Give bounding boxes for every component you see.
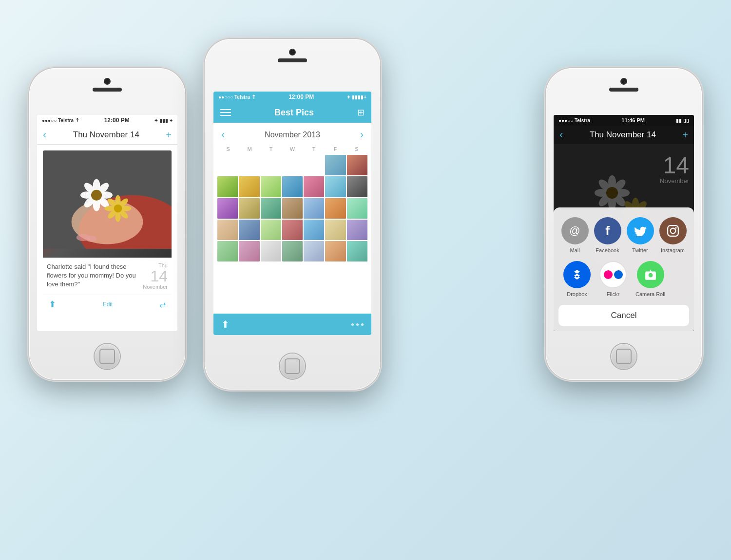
home-btn-right[interactable]: [611, 344, 636, 369]
photo-day-3[interactable]: [217, 176, 238, 197]
phone-left: ●●●○○ Telstra ⇡ 12:00 PM ✦ ▮▮▮ + ‹ Thu N…: [29, 68, 185, 380]
home-btn-center[interactable]: [280, 354, 305, 379]
flickr-label: Flickr: [607, 291, 619, 297]
forward-btn-left[interactable]: ⇄: [159, 300, 166, 309]
share-facebook[interactable]: f Facebook: [594, 217, 621, 253]
wifi-center: ⇡: [251, 94, 256, 100]
photo-day-19[interactable]: [261, 220, 281, 240]
speaker-center: [278, 58, 307, 62]
photo-day-8[interactable]: [325, 176, 346, 197]
facebook-icon: f: [605, 224, 610, 239]
nav-title-left: Thu November 14: [73, 130, 139, 140]
svg-point-23: [86, 236, 96, 242]
nav-title-right: Thu November 14: [590, 130, 656, 140]
bt-left: ✦: [154, 118, 158, 123]
photo-day-27[interactable]: [282, 241, 303, 261]
photo-day-30[interactable]: [347, 241, 367, 261]
photo-left[interactable]: [43, 150, 172, 258]
instagram-label: Instagram: [661, 247, 685, 253]
photo-day-16[interactable]: [347, 198, 367, 219]
cameraroll-icon: [644, 268, 657, 281]
status-right-right: ▮▮ ▯▯: [676, 118, 689, 123]
camera-left: [105, 79, 110, 84]
grid-view-icon[interactable]: ⊞: [357, 107, 365, 118]
flickr-dot-pink: [604, 270, 613, 279]
empty-end-2: [239, 262, 259, 283]
photo-day-13[interactable]: [282, 198, 303, 219]
add-btn-right[interactable]: +: [682, 130, 688, 141]
share-instagram[interactable]: Instagram: [659, 217, 687, 253]
photo-day-23[interactable]: [347, 220, 367, 240]
twitter-icon-circle: [627, 217, 654, 244]
status-bar-left: ●●●○○ Telstra ⇡ 12:00 PM ✦ ▮▮▮ +: [37, 115, 177, 126]
share-dropbox[interactable]: Dropbox: [563, 261, 591, 297]
add-btn-left[interactable]: +: [166, 130, 172, 141]
nav-bar-right: ‹ Thu November 14 +: [554, 126, 694, 144]
photo-day-11[interactable]: [239, 198, 259, 219]
photo-day-10[interactable]: [217, 198, 238, 219]
facebook-icon-circle: f: [594, 217, 621, 244]
photo-day-24[interactable]: [217, 241, 238, 261]
empty-1: [217, 155, 238, 175]
photo-day-7[interactable]: [304, 176, 324, 197]
share-panel: @ Mail f Facebook: [554, 207, 694, 331]
share-flickr[interactable]: Flickr: [599, 261, 627, 297]
carrier-right: ●●●○○ Telstra: [558, 118, 590, 123]
photo-day-5[interactable]: [261, 176, 281, 197]
cameraroll-icon-circle: [637, 261, 664, 288]
share-icon-center[interactable]: ⬆: [221, 318, 230, 330]
hamburger-line-1: [220, 109, 231, 110]
camera-center: [290, 50, 295, 55]
status-right-info-left: ✦ ▮▮▮ +: [154, 118, 173, 123]
photo-day-15[interactable]: [325, 198, 346, 219]
share-twitter[interactable]: Twitter: [627, 217, 654, 253]
back-btn-right[interactable]: ‹: [559, 129, 563, 141]
home-btn-left[interactable]: [95, 344, 120, 369]
photo-day-18[interactable]: [239, 220, 259, 240]
dots-menu[interactable]: [351, 323, 364, 326]
dot-1: [351, 323, 354, 326]
photo-day-25[interactable]: [239, 241, 259, 261]
grid-inner: [217, 155, 367, 283]
screen-right: ●●●○○ Telstra 11:46 PM ▮▮ ▯▯ ‹ Thu Novem…: [554, 115, 694, 331]
photo-day-12[interactable]: [261, 198, 281, 219]
photo-day-1[interactable]: [325, 155, 346, 175]
photo-caption-area: Charlotte said "I found these flowers fo…: [43, 258, 172, 295]
bottom-bar-center: ⬆: [213, 314, 371, 335]
app-top-bar-center: Best Pics ⊞: [213, 102, 371, 123]
share-mail[interactable]: @ Mail: [561, 217, 589, 253]
weekday-mon: M: [239, 145, 260, 153]
instagram-icon-circle: [659, 217, 687, 244]
cancel-btn[interactable]: Cancel: [558, 305, 689, 326]
carrier-center: ●●○○○ Telstra: [218, 94, 250, 100]
back-btn-left[interactable]: ‹: [43, 129, 46, 141]
photo-day-22[interactable]: [325, 220, 346, 240]
calendar-next[interactable]: ›: [360, 129, 364, 141]
photo-day-26[interactable]: [261, 241, 281, 261]
photo-day-21[interactable]: [304, 220, 324, 240]
flickr-icon-circle: [599, 261, 627, 288]
photo-day-2[interactable]: [347, 155, 367, 175]
status-left-right: ●●●○○ Telstra: [558, 118, 590, 123]
date-badge-right: 14 November: [660, 154, 689, 185]
photo-day-17[interactable]: [217, 220, 238, 240]
photo-day-29[interactable]: [325, 241, 346, 261]
share-btn-left[interactable]: ⬆: [49, 299, 56, 310]
cameraroll-label: Camera Roll: [635, 291, 665, 297]
photo-day-9[interactable]: [347, 176, 367, 197]
photo-day-6[interactable]: [282, 176, 303, 197]
share-cameraroll[interactable]: Camera Roll: [635, 261, 665, 297]
carrier-left: ●●●○○ Telstra: [42, 118, 74, 123]
facebook-label: Facebook: [596, 247, 619, 253]
photo-day-20[interactable]: [282, 220, 303, 240]
calendar-prev[interactable]: ‹: [221, 129, 225, 141]
edit-btn-left[interactable]: Edit: [103, 301, 113, 308]
svg-rect-45: [668, 225, 678, 236]
bt-center: ✦ ▮▮▮▮+: [346, 94, 366, 100]
screen-center: ●●○○○ Telstra ⇡ 12:00 PM ✦ ▮▮▮▮+ Best Pi…: [213, 92, 371, 335]
photo-day-28[interactable]: [304, 241, 324, 261]
photo-day-4[interactable]: [239, 176, 259, 197]
time-right: 11:46 PM: [621, 117, 645, 123]
hamburger-icon[interactable]: [220, 109, 231, 116]
photo-day-14[interactable]: [304, 198, 324, 219]
